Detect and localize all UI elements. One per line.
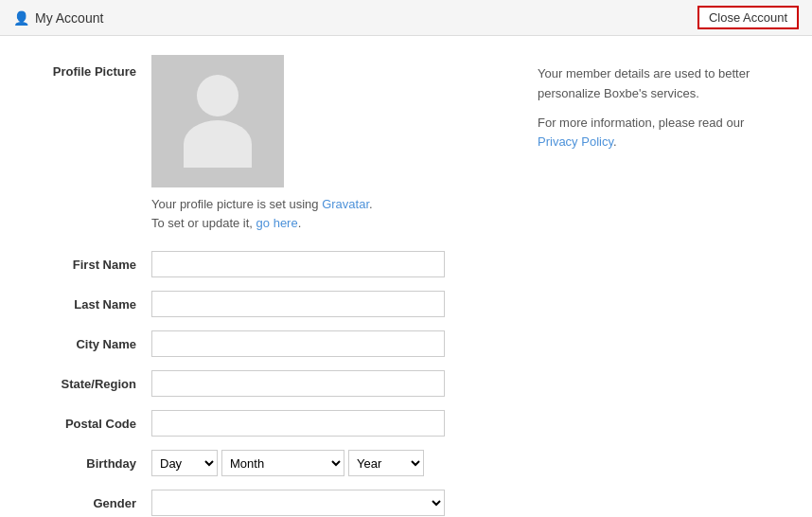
update-period: . xyxy=(298,216,302,230)
birthday-inputs: Day1234567891011121314151617181920212223… xyxy=(151,450,424,476)
header: 👤 My Account Close Account xyxy=(0,0,812,36)
birthday-row: Birthday Day1234567891011121314151617181… xyxy=(28,450,500,476)
city-name-input[interactable] xyxy=(151,330,445,357)
info-line2-after: . xyxy=(613,134,617,149)
info-line2-before: For more information, please read our xyxy=(538,116,744,130)
gender-select[interactable]: MaleFemaleOther xyxy=(151,490,445,516)
profile-picture-description: Your profile picture is set using Gravat… xyxy=(151,195,373,232)
last-name-input[interactable] xyxy=(151,291,445,317)
last-name-label: Last Name xyxy=(28,297,151,312)
gender-label: Gender xyxy=(28,496,151,510)
gender-row: Gender MaleFemaleOther xyxy=(28,490,500,516)
first-name-input[interactable] xyxy=(151,251,445,277)
postal-code-row: Postal Code xyxy=(28,410,500,437)
state-region-input[interactable] xyxy=(151,370,445,397)
page-title: My Account xyxy=(35,10,103,26)
postal-code-input[interactable] xyxy=(151,410,445,437)
birthday-label: Birthday xyxy=(28,456,151,471)
city-name-label: City Name xyxy=(28,337,151,351)
avatar-body xyxy=(184,120,252,168)
privacy-policy-link[interactable]: Privacy Policy xyxy=(538,134,613,149)
birthday-year-select[interactable]: Year202420232022201020001990198019701960… xyxy=(348,450,424,476)
profile-picture-label: Profile Picture xyxy=(28,55,151,79)
go-here-link[interactable]: go here xyxy=(256,216,298,230)
main-content: Profile Picture Your profile picture is … xyxy=(0,36,812,517)
state-region-label: State/Region xyxy=(28,377,151,391)
postal-code-label: Postal Code xyxy=(28,417,151,431)
birthday-day-select[interactable]: Day1234567891011121314151617181920212223… xyxy=(151,450,218,476)
gravatar-text-before: Your profile picture is set using xyxy=(151,197,322,211)
avatar xyxy=(151,55,284,187)
form-area: Profile Picture Your profile picture is … xyxy=(28,55,500,517)
state-region-row: State/Region xyxy=(28,370,500,397)
last-name-row: Last Name xyxy=(28,291,500,317)
city-name-row: City Name xyxy=(28,330,500,357)
profile-picture-content: Your profile picture is set using Gravat… xyxy=(151,55,373,232)
birthday-month-select[interactable]: MonthJanuaryFebruaryMarchAprilMayJuneJul… xyxy=(221,450,344,476)
avatar-head xyxy=(197,75,238,116)
user-icon: 👤 xyxy=(13,10,29,26)
close-account-button[interactable]: Close Account xyxy=(697,6,799,29)
first-name-row: First Name xyxy=(28,251,500,277)
update-text-before: To set or update it, xyxy=(151,216,256,230)
first-name-label: First Name xyxy=(28,258,151,272)
info-area: Your member details are used to better p… xyxy=(538,55,784,517)
avatar-silhouette xyxy=(184,75,252,168)
gravatar-period: . xyxy=(369,197,373,211)
info-line2: For more information, please read our Pr… xyxy=(538,114,784,153)
profile-picture-row: Profile Picture Your profile picture is … xyxy=(28,55,500,232)
header-title-area: 👤 My Account xyxy=(13,10,103,26)
info-line1: Your member details are used to better p… xyxy=(538,64,784,104)
gravatar-link[interactable]: Gravatar xyxy=(322,197,369,211)
